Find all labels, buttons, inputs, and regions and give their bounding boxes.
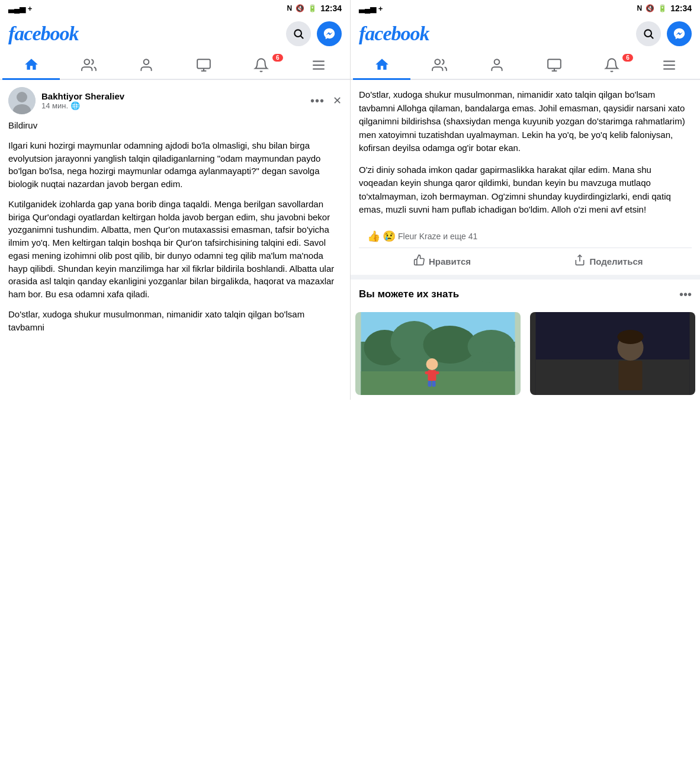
svg-line-12 bbox=[651, 36, 653, 38]
avatar-left bbox=[8, 87, 36, 114]
header-icons-left bbox=[286, 21, 342, 46]
close-button-left[interactable]: ✕ bbox=[333, 94, 342, 107]
header-right: facebook bbox=[351, 17, 700, 51]
svg-rect-29 bbox=[425, 371, 431, 374]
people-section-header: Вы можете их знать ••• bbox=[351, 275, 700, 307]
notification-badge-left: 6 bbox=[272, 54, 283, 62]
status-bar-right: ▃▄▅ + N 🔇 🔋 12:34 bbox=[351, 0, 700, 17]
svg-point-2 bbox=[84, 59, 89, 65]
svg-rect-30 bbox=[434, 371, 439, 374]
post-action-buttons: Нравится Поделиться bbox=[359, 248, 692, 275]
messenger-button-left[interactable] bbox=[317, 21, 342, 46]
header-icons-right bbox=[636, 21, 692, 46]
nav-watch-left[interactable] bbox=[175, 52, 233, 79]
post-content-left: Bildiruv Ilgari kuni hozirgi maymunlar o… bbox=[0, 119, 350, 342]
nav-menu-left[interactable] bbox=[290, 52, 348, 79]
header-left: facebook bbox=[0, 17, 350, 51]
sad-reaction-icon: 😢 bbox=[383, 230, 396, 243]
status-bar-left: ▃▄▅ + N 🔇 🔋 12:34 bbox=[0, 0, 350, 17]
nav-watch-right[interactable] bbox=[525, 52, 583, 79]
post-paragraph-3: Kutilganidek izohlarda gap yana borib di… bbox=[8, 198, 342, 301]
post-detail-content: Do'stlar, xudoga shukur musulmonman, nim… bbox=[359, 88, 692, 217]
like-label: Нравится bbox=[429, 256, 471, 266]
right-screen: ▃▄▅ + N 🔇 🔋 12:34 facebook bbox=[350, 0, 700, 400]
people-section-more-button[interactable]: ••• bbox=[679, 288, 692, 301]
facebook-logo-left: facebook bbox=[8, 23, 79, 45]
post-paragraph-1: Bildiruv bbox=[8, 119, 342, 132]
nav-home-right[interactable] bbox=[353, 51, 410, 80]
facebook-logo-right: facebook bbox=[359, 23, 429, 45]
post-detail-paragraph-1: Do'stlar, xudoga shukur musulmonman, nim… bbox=[359, 88, 692, 155]
sound-icon: 🔇 bbox=[296, 4, 304, 12]
svg-point-27 bbox=[426, 358, 438, 370]
post-time-left: 14 мин. bbox=[41, 101, 68, 110]
nfc-icon: N bbox=[287, 4, 293, 12]
status-right-right: N 🔇 🔋 12:34 bbox=[637, 4, 692, 13]
post-detail-right: Do'stlar, xudoga shukur musulmonman, nim… bbox=[351, 80, 700, 275]
nav-notifications-left[interactable]: 6 bbox=[233, 52, 290, 79]
battery-icon-right: 🔋 bbox=[658, 4, 667, 12]
post-card-left: Bakhtiyor Sheraliev 14 мин. 🌐 ••• ✕ Bild… bbox=[0, 80, 350, 342]
status-left: ▃▄▅ + bbox=[8, 4, 32, 13]
svg-rect-36 bbox=[619, 361, 643, 390]
like-reaction-icon: 👍 bbox=[367, 230, 380, 243]
left-screen: ▃▄▅ + N 🔇 🔋 12:34 facebook bbox=[0, 0, 350, 400]
nav-profile-left[interactable] bbox=[117, 52, 175, 79]
people-grid bbox=[351, 307, 700, 400]
status-right: N 🔇 🔋 12:34 bbox=[287, 4, 342, 13]
nfc-icon-right: N bbox=[637, 4, 643, 12]
nav-home-left[interactable] bbox=[2, 51, 60, 80]
svg-line-1 bbox=[301, 36, 303, 38]
like-button-right[interactable]: Нравится bbox=[359, 249, 525, 274]
battery-icon: 🔋 bbox=[308, 4, 317, 12]
search-button-right[interactable] bbox=[636, 21, 661, 46]
signal-bars-right: ▃▄▅ + bbox=[359, 4, 383, 13]
svg-rect-26 bbox=[361, 371, 515, 395]
svg-rect-31 bbox=[428, 381, 432, 387]
person-card-1 bbox=[351, 307, 525, 400]
nav-friends-right[interactable] bbox=[410, 52, 468, 79]
svg-rect-15 bbox=[548, 59, 561, 68]
svg-point-37 bbox=[618, 330, 644, 344]
post-paragraph-4: Do'stlar, xudoga shukur musulmonman, nim… bbox=[8, 308, 342, 334]
status-right-left: ▃▄▅ + bbox=[359, 4, 383, 13]
nav-bar-left: 6 bbox=[0, 51, 350, 80]
post-paragraph-2: Ilgari kuni hozirgi maymunlar odamning a… bbox=[8, 139, 342, 191]
svg-point-13 bbox=[435, 59, 440, 65]
more-options-button-left[interactable]: ••• bbox=[310, 94, 325, 108]
reaction-count: Fleur Kraze и еще 41 bbox=[398, 232, 477, 241]
time-right: 12:34 bbox=[670, 4, 692, 13]
share-button-right[interactable]: Поделиться bbox=[525, 249, 692, 274]
svg-point-3 bbox=[144, 59, 149, 65]
search-button-left[interactable] bbox=[286, 21, 311, 46]
people-section-title: Вы можете их знать bbox=[359, 288, 459, 300]
share-icon bbox=[574, 254, 586, 269]
time-left: 12:34 bbox=[320, 4, 342, 13]
svg-point-25 bbox=[468, 330, 515, 363]
post-username-left: Bakhtiyor Sheraliev bbox=[41, 91, 310, 101]
person-photo-2 bbox=[530, 312, 695, 395]
nav-bar-right: 6 bbox=[351, 51, 700, 80]
notification-badge-right: 6 bbox=[622, 54, 633, 62]
messenger-button-right[interactable] bbox=[667, 21, 692, 46]
nav-menu-right[interactable] bbox=[640, 52, 698, 79]
post-header-left: Bakhtiyor Sheraliev 14 мин. 🌐 ••• ✕ bbox=[0, 80, 350, 119]
reactions-bar: 👍 😢 Fleur Kraze и еще 41 bbox=[359, 225, 692, 248]
like-icon bbox=[413, 254, 425, 269]
post-detail-paragraph-2: O'zi diniy sohada imkon qadar gapirmasli… bbox=[359, 163, 692, 217]
nav-notifications-right[interactable]: 6 bbox=[583, 52, 640, 79]
post-actions-left: ••• ✕ bbox=[310, 94, 342, 108]
svg-rect-32 bbox=[432, 381, 436, 387]
nav-profile-right[interactable] bbox=[468, 52, 525, 79]
sound-icon-right: 🔇 bbox=[646, 4, 654, 12]
privacy-icon-left: 🌐 bbox=[70, 101, 80, 110]
share-label: Поделиться bbox=[589, 256, 643, 266]
nav-friends-left[interactable] bbox=[60, 52, 117, 79]
svg-point-9 bbox=[17, 92, 27, 102]
post-meta-left: 14 мин. 🌐 bbox=[41, 101, 310, 110]
person-card-2 bbox=[525, 307, 700, 400]
svg-rect-4 bbox=[197, 59, 210, 68]
signal-bars: ▃▄▅ + bbox=[8, 4, 32, 13]
person-photo-1 bbox=[355, 312, 521, 395]
post-user-info-left: Bakhtiyor Sheraliev 14 мин. 🌐 bbox=[41, 91, 310, 110]
